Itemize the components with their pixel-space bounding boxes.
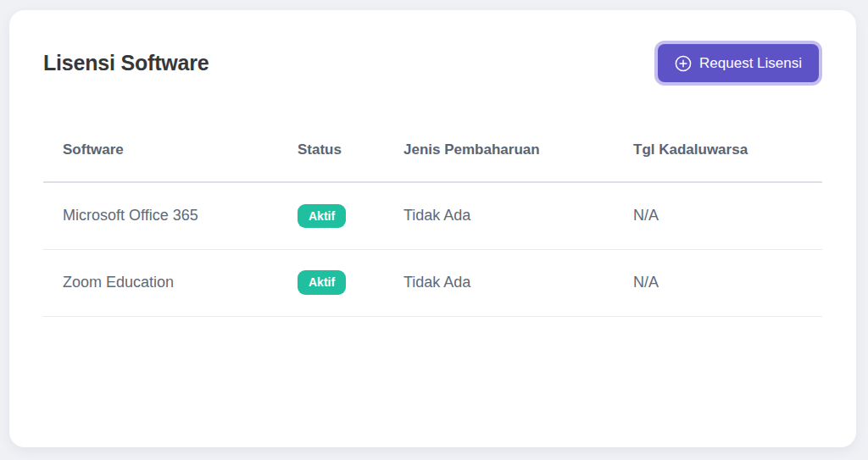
request-lisensi-label: Request Lisensi [699,55,802,72]
cell-status: Aktif [298,182,403,249]
cell-software: Zoom Education [43,249,298,316]
status-badge: Aktif [298,270,346,294]
column-header-software: Software [43,118,298,182]
request-lisensi-button[interactable]: Request Lisensi [658,44,819,82]
column-header-jenis-pembaharuan: Jenis Pembaharuan [403,118,633,182]
cell-software: Microsoft Office 365 [43,182,298,249]
table-row: Microsoft Office 365 Aktif Tidak Ada N/A [43,182,822,249]
column-header-status: Status [298,118,403,182]
lisensi-software-card: Lisensi Software Request Lisensi Softwar… [9,10,856,447]
cell-tgl-kadaluwarsa: N/A [633,249,822,316]
cell-jenis-pembaharuan: Tidak Ada [403,182,633,249]
page-title: Lisensi Software [43,51,209,75]
plus-circle-icon [675,55,692,72]
table-header-row: Software Status Jenis Pembaharuan Tgl Ka… [43,118,822,182]
license-table: Software Status Jenis Pembaharuan Tgl Ka… [43,118,822,317]
cell-tgl-kadaluwarsa: N/A [633,182,822,249]
table-row: Zoom Education Aktif Tidak Ada N/A [43,249,822,316]
card-header: Lisensi Software Request Lisensi [43,41,822,86]
cell-jenis-pembaharuan: Tidak Ada [403,249,633,316]
cell-status: Aktif [298,249,403,316]
column-header-tgl-kadaluwarsa: Tgl Kadaluwarsa [633,118,822,182]
status-badge: Aktif [298,204,346,228]
